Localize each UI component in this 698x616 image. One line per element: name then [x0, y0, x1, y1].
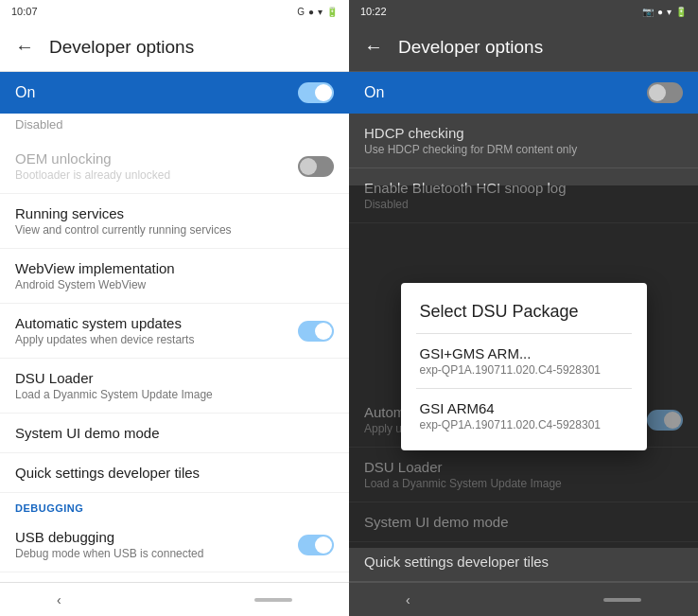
left-system-ui-row[interactable]: System UI demo mode	[0, 414, 349, 453]
left-dsu-subtitle: Load a Dyanmic System Update Image	[15, 388, 213, 401]
right-hdcp-text: HDCP checking Use HDCP checking for DRM …	[364, 125, 577, 156]
right-page-title: Developer options	[398, 37, 543, 58]
right-status-time: 10:22	[360, 6, 387, 17]
left-usb-debug-toggle[interactable]	[298, 535, 334, 555]
right-status-icons: 📷 ● ▾ 🔋	[642, 7, 687, 17]
right-hdcp-row[interactable]: HDCP checking Use HDCP checking for DRM …	[349, 114, 698, 168]
left-on-label: On	[15, 84, 35, 101]
left-oem-unlocking-row[interactable]: OEM unlocking Bootloader is already unlo…	[0, 139, 349, 194]
right-bottom-bar: ‹	[349, 582, 698, 616]
dialog-title: Select DSU Package	[401, 302, 647, 333]
left-on-bar: On	[0, 72, 349, 114]
left-scroll-area: Disabled OEM unlocking Bootloader is alr…	[0, 114, 349, 582]
left-dsu-title: DSU Loader	[15, 370, 213, 386]
right-on-label: On	[364, 84, 384, 101]
right-back-button[interactable]: ←	[364, 36, 383, 58]
left-quick-settings-text: Quick settings developer tiles	[15, 465, 200, 481]
left-auto-updates-text: Automatic system updates Apply updates w…	[15, 315, 194, 346]
left-back-button[interactable]: ←	[15, 36, 34, 58]
left-auto-toggle-thumb	[315, 323, 332, 340]
left-on-toggle-thumb	[315, 84, 332, 101]
right-dot-icon: ●	[657, 7, 663, 17]
left-nav-bar: ← Developer options	[0, 23, 349, 72]
left-running-services-text: Running services View and control curren…	[15, 205, 232, 237]
left-webview-subtitle: Android System WebView	[15, 278, 175, 291]
left-running-services-row[interactable]: Running services View and control curren…	[0, 194, 349, 249]
left-system-ui-text: System UI demo mode	[15, 425, 160, 441]
right-quick-settings-title: Quick settings developer tiles	[364, 554, 549, 570]
dsu-item-gsi-arm64-detail: exp-QP1A.190711.020.C4-5928301	[420, 418, 628, 431]
left-system-ui-title: System UI demo mode	[15, 425, 160, 441]
dot-icon: ●	[308, 7, 314, 17]
dsu-item-gsi-arm64[interactable]: GSI ARM64 exp-QP1A.190711.020.C4-5928301	[401, 389, 647, 443]
left-dsu-loader-text: DSU Loader Load a Dyanmic System Update …	[15, 370, 213, 401]
left-on-toggle[interactable]	[298, 82, 334, 103]
left-quick-settings-title: Quick settings developer tiles	[15, 465, 200, 481]
battery-icon: 🔋	[326, 7, 338, 17]
google-icon: G	[297, 7, 305, 17]
left-quick-settings-row[interactable]: Quick settings developer tiles	[0, 453, 349, 493]
left-status-bar: 10:07 G ● ▾ 🔋	[0, 0, 349, 23]
left-dsu-loader-row[interactable]: DSU Loader Load a Dyanmic System Update …	[0, 359, 349, 414]
left-usb-toggle-thumb	[315, 537, 332, 554]
right-hdcp-subtitle: Use HDCP checking for DRM content only	[364, 143, 577, 156]
left-auto-updates-subtitle: Apply updates when device restarts	[15, 333, 194, 346]
left-usb-debugging-text: USB debugging Debug mode when USB is con…	[15, 529, 203, 560]
left-status-time: 10:07	[11, 6, 38, 17]
select-dsu-dialog: Select DSU Package GSI+GMS ARM... exp-QP…	[401, 283, 647, 450]
left-auto-updates-toggle[interactable]	[298, 321, 334, 342]
right-battery-icon: 🔋	[675, 7, 687, 17]
right-quick-settings-text: Quick settings developer tiles	[364, 554, 549, 570]
right-camera-icon: 📷	[642, 7, 654, 17]
left-usb-debugging-row[interactable]: USB debugging Debug mode when USB is con…	[0, 518, 349, 572]
right-on-bar: On	[349, 72, 698, 114]
right-quick-settings-row[interactable]: Quick settings developer tiles	[349, 542, 698, 582]
left-running-services-title: Running services	[15, 205, 232, 221]
left-disabled-label: Disabled	[0, 114, 349, 139]
dsu-item-gsi-gms-title: GSI+GMS ARM...	[420, 345, 628, 361]
right-scroll-area: HDCP checking Use HDCP checking for DRM …	[349, 114, 698, 582]
right-on-toggle-thumb	[649, 84, 666, 101]
dsu-item-gsi-arm64-title: GSI ARM64	[420, 400, 628, 416]
left-home-pill[interactable]	[254, 598, 292, 602]
left-usb-debug-subtitle: Debug mode when USB is connected	[15, 547, 203, 560]
left-webview-row[interactable]: WebView implementation Android System We…	[0, 249, 349, 304]
left-webview-title: WebView implementation	[15, 260, 175, 276]
right-hdcp-title: HDCP checking	[364, 125, 577, 141]
right-phone: 10:22 📷 ● ▾ 🔋 ← Developer options On HDC…	[349, 0, 698, 616]
left-oem-subtitle: Bootloader is already unlocked	[15, 168, 170, 182]
right-back-nav-icon[interactable]: ‹	[406, 592, 410, 607]
left-bottom-bar: ‹	[0, 582, 349, 616]
left-debugging-header: DEBUGGING	[0, 493, 349, 518]
left-auto-updates-title: Automatic system updates	[15, 315, 194, 331]
left-usb-debug-title: USB debugging	[15, 529, 203, 545]
left-oem-toggle[interactable]	[298, 156, 334, 177]
left-auto-updates-row[interactable]: Automatic system updates Apply updates w…	[0, 304, 349, 359]
wifi-icon: ▾	[318, 7, 323, 17]
left-running-services-subtitle: View and control currently running servi…	[15, 223, 232, 237]
right-home-pill[interactable]	[603, 598, 641, 602]
left-revoke-usb-row[interactable]: Revoke USB debugging authorizations	[0, 572, 349, 582]
left-oem-title: OEM unlocking	[15, 150, 170, 167]
left-webview-text: WebView implementation Android System We…	[15, 260, 175, 291]
right-dialog-overlay: Select DSU Package GSI+GMS ARM... exp-QP…	[349, 185, 698, 548]
right-wifi-icon: ▾	[667, 7, 672, 17]
left-oem-unlocking-text: OEM unlocking Bootloader is already unlo…	[15, 150, 170, 182]
left-phone: 10:07 G ● ▾ 🔋 ← Developer options On Dis…	[0, 0, 349, 616]
dsu-item-gsi-gms-detail: exp-QP1A.190711.020.C4-5928301	[420, 363, 628, 377]
left-oem-toggle-thumb	[300, 158, 317, 175]
right-nav-bar: ← Developer options	[349, 23, 698, 72]
left-status-icons: G ● ▾ 🔋	[297, 7, 338, 17]
dsu-item-gsi-gms[interactable]: GSI+GMS ARM... exp-QP1A.190711.020.C4-59…	[401, 334, 647, 388]
left-back-nav-icon[interactable]: ‹	[57, 592, 61, 607]
right-status-bar: 10:22 📷 ● ▾ 🔋	[349, 0, 698, 23]
left-page-title: Developer options	[49, 37, 194, 58]
right-on-toggle[interactable]	[647, 82, 683, 103]
